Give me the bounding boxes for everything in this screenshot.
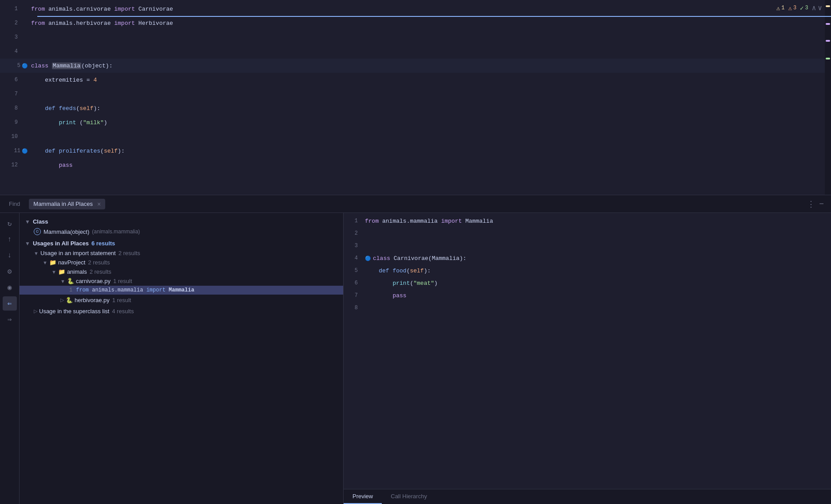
gutter-icon-11[interactable]: 🔵 [20,148,29,154]
result-from-keyword: from [76,287,89,293]
superclass-label: Usage in the superclass list [39,308,109,315]
superclass-group-item[interactable]: ▷ Usage in the superclass list 4 results [20,307,343,316]
code-line-10 [31,130,825,144]
sidebar-icon-down[interactable]: ↓ [3,248,17,263]
tab-mammalia[interactable]: Mammalia in All Places × [29,199,105,209]
keyword-import: import [114,20,135,27]
code-text: Mammalia [462,218,493,224]
sidebar-icon-settings[interactable]: ⚙ [3,264,17,279]
code-text [389,268,393,274]
line-num-row: 10 [0,130,31,144]
result-bold-text: Mammalia [169,287,194,293]
sidebar-icon-up[interactable]: ↑ [3,232,17,247]
chevron-icon: ▼ [25,240,30,247]
code-line-4 [31,44,825,59]
code-indent [31,119,59,126]
keyword-from: from [31,20,45,27]
kw-class: class [373,255,390,262]
preview-line-7: 7 pass [344,289,831,302]
ok-count: 3 [805,5,808,11]
python-icon: 🐍 [67,278,74,284]
sidebar-icon-eye[interactable]: ◉ [3,280,17,295]
ok-badge[interactable]: ✓ 3 [800,4,808,12]
nav-project-count: 2 results [88,259,110,266]
method-name: proliferates [59,148,100,154]
herbivorae-file-item[interactable]: ▷ 🐍 herbivorae.py 1 result [20,295,343,305]
warning-badge-1[interactable]: ⚠ 1 [776,4,785,12]
code-text: animals.mammalia [379,218,441,224]
line-num-row: 8 [0,101,31,115]
result-line-item[interactable]: 1 from animals.mammalia import Mammalia [20,286,343,295]
scroll-marker-warning [826,5,830,7]
folder-icon: 📁 [49,259,56,266]
line-number: 10 [8,134,18,140]
code-line-3 [31,30,825,44]
tab-find[interactable]: Find [7,197,22,211]
three-dot-menu[interactable]: ⋮ [807,199,815,209]
warning-icon-2: ⚠ [788,4,791,12]
sidebar-icon-left-arrow[interactable]: ⇐ [3,296,17,311]
sidebar-icon-refresh[interactable]: ↻ [3,217,17,231]
sidebar-icon-right-arrow[interactable]: ⇒ [3,312,17,327]
code-text: ): [118,148,125,154]
animals-folder-item[interactable]: ▼ 📁 animals 2 results [20,267,343,276]
code-line-7 [31,87,825,101]
import-group-item[interactable]: ▼ Usage in an import statement 2 results [20,248,343,258]
class-section-header[interactable]: ▼ Class [20,217,343,227]
line-gutter: 1 2 3 4 [0,0,31,195]
editor-scrollbar[interactable] [825,0,831,195]
carnivorae-file-item[interactable]: ▼ 🐍 carnivorae.py 1 result [20,276,343,286]
chevron-up[interactable]: ∧ [812,4,816,12]
line-number: 11 [11,148,20,154]
code-text: ) [104,119,107,126]
code-text [55,105,59,112]
tab-call-hierarchy[interactable]: Call Hierarchy [382,489,436,504]
line-num-row: 4 [0,44,31,59]
tab-close-button[interactable]: × [97,201,101,208]
tab-mammalia-label: Mammalia in All Places [33,201,93,207]
usages-section-header[interactable]: ▼ Usages in All Places 6 results [20,238,343,248]
preview-line-num: 2 [347,227,365,240]
class-item-mammalia[interactable]: © Mammalia(object) (animals.mammalia) [20,227,343,236]
code-text: ( [76,105,79,112]
code-line-11: def proliferates ( self ): [31,144,825,158]
preview-code-area: 1 from animals.mammalia import Mammalia … [344,213,831,489]
code-indent [31,148,45,154]
minimize-button[interactable]: − [819,200,824,209]
code-line-1: from animals.carnivorae import Carnivora… [31,2,825,16]
keyword-def: def [45,148,55,154]
code-text: ( [76,119,83,126]
preview-line-num: 3 [347,240,365,252]
sidebar-icons: ↻ ↑ ↓ ⚙ ◉ ⇐ ⇒ [0,213,20,504]
nav-project-item[interactable]: ▼ 📁 navProject 2 results [20,258,343,267]
keyword-from: from [31,6,45,12]
preview-line-6: 6 print ( "meat" ) [344,277,831,289]
line-number: 2 [8,20,18,26]
chevron-icon: ▼ [51,269,56,275]
code-indent [365,268,379,274]
line-number: 5 [11,63,20,69]
line-num-row: 11 🔵 [0,144,31,158]
warning-icon-1: ⚠ [776,4,780,12]
code-text: ): [93,105,100,112]
scroll-marker-purple-2 [826,40,830,42]
result-module-text: animals.mammalia [92,287,146,293]
line-num-row: 5 🔵 [0,59,31,73]
result-line-num: 1 [69,287,72,293]
line-number: 4 [8,48,18,55]
folder-icon-animals: 📁 [58,268,65,275]
usages-count: 6 results [91,240,115,247]
nav-project-label: navProject [58,259,85,266]
tab-preview[interactable]: Preview [344,489,382,504]
gutter-icon-5[interactable]: 🔵 [20,63,29,69]
result-import-keyword: import [146,287,166,293]
line-num-row: 9 [0,115,31,130]
chevron-down[interactable]: ∨ [818,4,822,12]
scroll-marker-purple [826,23,830,25]
keyword-pass: pass [59,162,72,169]
bottom-panel: Find Mammalia in All Places × ⋮ − ↻ ↑ ↓ … [0,195,831,504]
warning-badge-2[interactable]: ⚠ 3 [788,4,796,12]
import-group-label: Usage in an import statement [40,250,116,256]
code-editor[interactable]: from animals.carnivorae import Carnivora… [31,0,825,195]
number-literal: 4 [93,77,97,83]
